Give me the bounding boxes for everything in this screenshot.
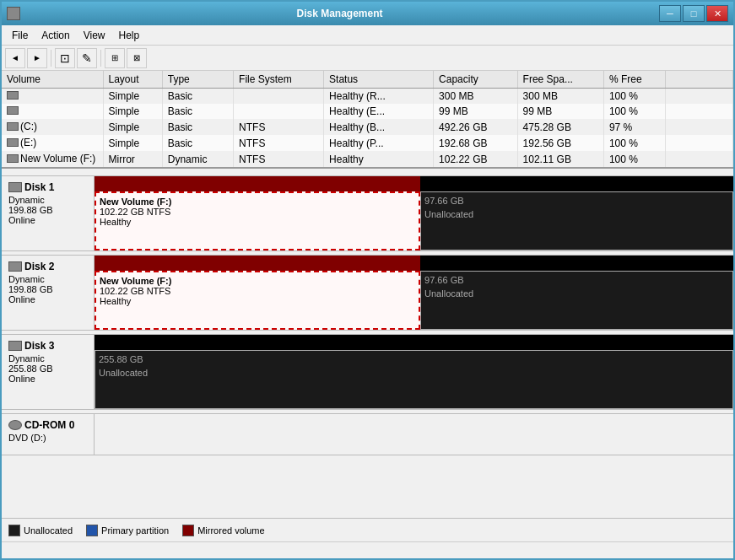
cell-fs: NTFS: [234, 135, 324, 151]
cell-capacity: 300 MB: [434, 89, 517, 105]
cell-pct: 100 %: [603, 151, 665, 167]
cell-type: Dynamic: [162, 151, 233, 167]
title-bar-left: [7, 7, 20, 20]
cell-extra: [666, 89, 733, 105]
cell-type: Basic: [162, 119, 233, 135]
cell-free: 99 MB: [517, 104, 603, 119]
disk-partitions-1: New Volume (F:) 102.22 GB NTFS Healthy 9…: [95, 256, 733, 330]
disk-label-icon-1: Disk 2: [8, 261, 87, 272]
disk-row-0: Disk 1 Dynamic 199.88 GB Online New Volu…: [2, 175, 733, 251]
cell-layout: Simple: [103, 135, 162, 151]
segment-0-0[interactable]: New Volume (F:) 102.22 GB NTFS Healthy: [95, 191, 420, 250]
seg-size-0-1: 97.66 GB: [424, 196, 729, 206]
toolbar-btn-3[interactable]: ⊞: [105, 48, 125, 68]
cdrom-icon-container: CD-ROM 0: [8, 419, 87, 431]
cell-status: Healthy (E...: [324, 104, 434, 119]
header-seg-0-1: [420, 176, 733, 191]
toolbar-btn-4[interactable]: ⊠: [127, 48, 147, 68]
table-row[interactable]: (E:) Simple Basic NTFS Healthy (P... 192…: [2, 135, 733, 151]
cell-capacity: 99 MB: [434, 104, 517, 119]
cdrom-label: CD-ROM 0 DVD (D:): [2, 414, 95, 455]
seg-label-2-0: Unallocated: [99, 368, 729, 378]
cell-status: Healthy (R...: [324, 89, 434, 105]
cell-fs: NTFS: [234, 119, 324, 135]
cell-free: 300 MB: [517, 89, 603, 105]
cell-fs: NTFS: [234, 151, 324, 167]
segment-1-0[interactable]: New Volume (F:) 102.22 GB NTFS Healthy: [95, 271, 420, 330]
disk-id-0: Disk 1: [24, 181, 54, 193]
legend-primary: Primary partition: [86, 525, 169, 536]
menu-help[interactable]: Help: [112, 28, 147, 43]
disk-segments-1: New Volume (F:) 102.22 GB NTFS Healthy 9…: [95, 271, 733, 330]
cell-extra: [666, 119, 733, 135]
legend-primary-label: Primary partition: [101, 525, 169, 536]
seg-status-0-0: Healthy: [100, 217, 415, 227]
seg-name-0-0: New Volume (F:): [100, 197, 415, 207]
col-extra: [666, 71, 733, 89]
close-button[interactable]: ✕: [706, 5, 728, 22]
toolbar-btn-2[interactable]: ✎: [77, 48, 97, 68]
menu-file[interactable]: File: [5, 28, 35, 43]
menu-action[interactable]: Action: [35, 28, 76, 43]
seg-label-0-1: Unallocated: [424, 209, 729, 219]
disk-label-icon-2: Disk 3: [8, 340, 87, 352]
disk-icon-1: [8, 261, 22, 272]
cell-type: Basic: [162, 135, 233, 151]
table-row[interactable]: Simple Basic Healthy (R... 300 MB 300 MB…: [2, 89, 733, 105]
segment-2-0[interactable]: 255.88 GB Unallocated: [95, 350, 733, 409]
disk-segments-2: 255.88 GB Unallocated: [95, 350, 733, 409]
segment-1-1[interactable]: 97.66 GB Unallocated: [420, 271, 733, 330]
disk-label-0: Disk 1 Dynamic 199.88 GB Online: [2, 176, 95, 250]
cell-free: 102.11 GB: [517, 151, 603, 167]
cell-layout: Simple: [103, 89, 162, 105]
maximize-button[interactable]: □: [683, 5, 705, 22]
cell-pct: 100 %: [603, 89, 665, 105]
cell-capacity: 102.22 GB: [434, 151, 517, 167]
header-seg-0-0: [95, 176, 420, 191]
disk-id-1: Disk 2: [24, 261, 54, 272]
header-seg-1-0: [95, 256, 420, 271]
cell-volume: [2, 104, 103, 119]
minimize-button[interactable]: ─: [659, 5, 681, 22]
disk-label-2: Disk 3 Dynamic 255.88 GB Online: [2, 335, 95, 409]
disk-area[interactable]: Disk 1 Dynamic 199.88 GB Online New Volu…: [2, 169, 733, 518]
toolbar-forward[interactable]: ►: [27, 48, 47, 68]
disk-partitions-2: 255.88 GB Unallocated: [95, 335, 733, 409]
disk-id-2: Disk 3: [24, 340, 54, 352]
disk-row-2: Disk 3 Dynamic 255.88 GB Online 255.88 G…: [2, 334, 733, 410]
seg-status-1-0: Healthy: [100, 296, 415, 306]
disk-icon-0: [8, 182, 22, 192]
segment-0-1[interactable]: 97.66 GB Unallocated: [420, 191, 733, 250]
main-window: Disk Management ─ □ ✕ File Action View H…: [0, 0, 735, 560]
cell-fs: [234, 104, 324, 119]
table-row[interactable]: New Volume (F:) Mirror Dynamic NTFS Heal…: [2, 151, 733, 167]
disk-status-0: Online: [8, 215, 87, 225]
cell-volume: (C:): [2, 119, 103, 135]
legend-unalloc-label: Unallocated: [24, 525, 73, 536]
cell-free: 475.28 GB: [517, 119, 603, 135]
cell-pct: 97 %: [603, 119, 665, 135]
cell-status: Healthy (P...: [324, 135, 434, 151]
toolbar-sep-1: [51, 50, 51, 67]
title-controls: ─ □ ✕: [659, 5, 728, 22]
table-row[interactable]: Simple Basic Healthy (E... 99 MB 99 MB 1…: [2, 104, 733, 119]
cell-extra: [666, 151, 733, 167]
cell-extra: [666, 135, 733, 151]
cell-layout: Simple: [103, 104, 162, 119]
legend-mirror-box: [182, 525, 194, 536]
disk-partitions-0: New Volume (F:) 102.22 GB NTFS Healthy 9…: [95, 176, 733, 250]
cell-capacity: 192.68 GB: [434, 135, 517, 151]
cell-pct: 100 %: [603, 135, 665, 151]
table-row[interactable]: (C:) Simple Basic NTFS Healthy (B... 492…: [2, 119, 733, 135]
col-pct: % Free: [603, 71, 665, 89]
toolbar-btn-1[interactable]: ⊡: [55, 48, 75, 68]
toolbar-back[interactable]: ◄: [5, 48, 25, 68]
menu-view[interactable]: View: [77, 28, 112, 43]
cdrom-id: CD-ROM 0: [24, 419, 74, 431]
menu-bar: File Action View Help: [2, 25, 733, 46]
cell-pct: 100 %: [603, 104, 665, 119]
legend-unalloc-box: [8, 525, 20, 536]
seg-size-1-1: 97.66 GB: [424, 275, 729, 285]
cell-capacity: 492.26 GB: [434, 119, 517, 135]
disk-size-1: 199.88 GB: [8, 284, 87, 294]
